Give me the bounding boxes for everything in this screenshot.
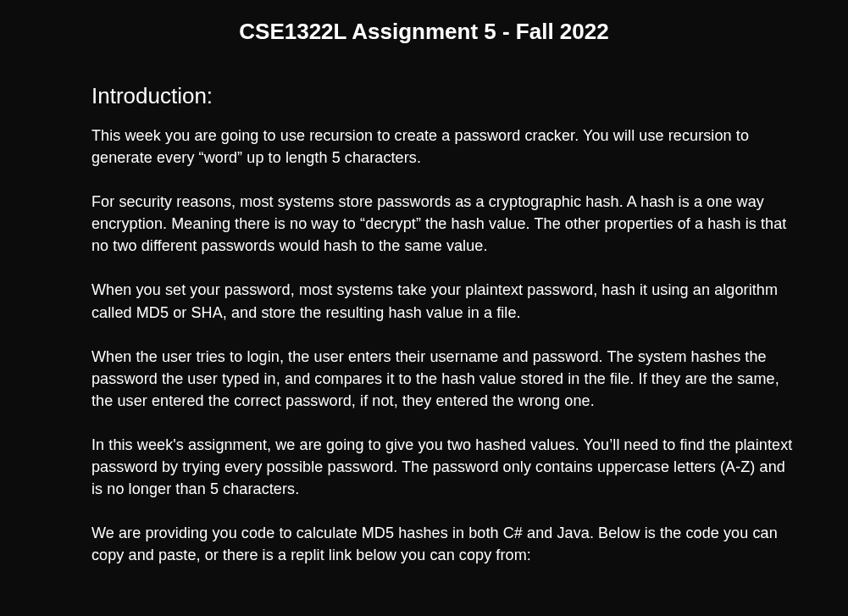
paragraph: We are providing you code to calculate M… [91,522,797,566]
paragraph: This week you are going to use recursion… [91,125,797,169]
paragraph: When you set your password, most systems… [91,279,797,323]
paragraph: In this week's assignment, we are going … [91,434,797,500]
page-title: CSE1322L Assignment 5 - Fall 2022 [0,19,848,45]
document-page: CSE1322L Assignment 5 - Fall 2022 Introd… [0,0,848,616]
paragraph: For security reasons, most systems store… [91,191,797,257]
paragraph: When the user tries to login, the user e… [91,346,797,412]
document-body: Introduction: This week you are going to… [0,83,848,566]
section-heading-introduction: Introduction: [91,83,797,109]
